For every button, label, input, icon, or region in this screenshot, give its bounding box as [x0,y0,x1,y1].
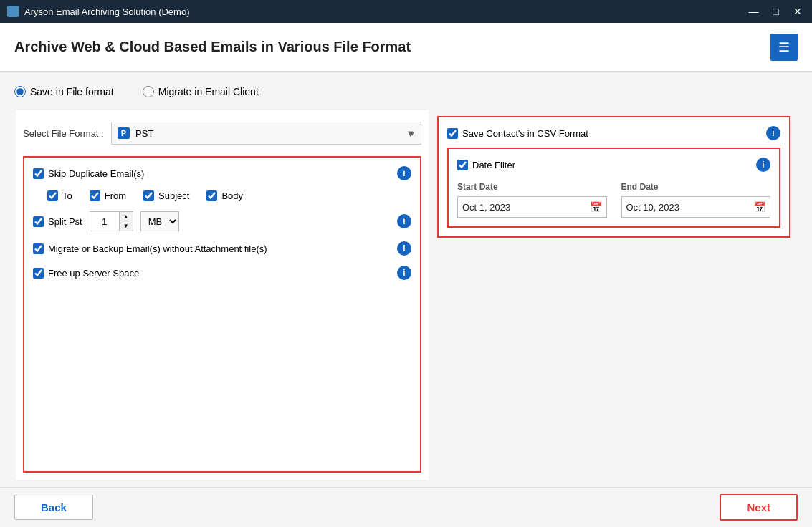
file-format-row: Select File Format : P PST ▼ [23,117,421,149]
pst-label: PST [135,128,153,139]
migrate-backup-label: Migrate or Backup Email(s) without Attac… [48,243,267,254]
header: Archive Web & Cloud Based Emails in Vari… [0,23,812,72]
split-number-input-wrapper: ▲ ▼ [90,211,133,231]
subject-label: Subject [158,190,189,201]
main-content: Save in File format Migrate in Email Cli… [0,72,812,487]
sub-checkboxes: To From Subject Body [33,190,411,201]
close-button[interactable]: ✕ [790,6,805,16]
file-format-display[interactable]: P PST ▼ [111,122,421,145]
app-icon [7,6,19,17]
left-panel: Select File Format : P PST ▼ Skip Duplic… [14,109,430,481]
title-bar-left: Aryson Email Archiving Solution (Demo) [7,6,189,17]
split-pst-checkbox-label[interactable]: Split Pst [33,216,82,227]
title-bar-controls: — □ ✕ [746,6,805,16]
date-filter-checkbox[interactable] [457,160,468,170]
to-label: To [62,190,72,201]
csv-header: Save Contact's in CSV Format i [447,126,780,140]
csv-label: Save Contact's in CSV Format [462,128,588,139]
start-date-label: Start Date [457,182,607,192]
to-checkbox[interactable] [47,190,58,201]
skip-duplicate-checkbox-label[interactable]: Skip Duplicate Email(s) [33,168,144,179]
body-label: Body [221,190,243,201]
from-checkbox-label[interactable]: From [90,190,126,201]
subject-checkbox[interactable] [143,190,154,201]
migrate-backup-checkbox[interactable] [33,243,44,254]
start-date-field: Start Date Oct 1, 2023 📅 [457,182,607,218]
skip-duplicate-row: Skip Duplicate Email(s) i [33,166,411,180]
file-format-label: Select File Format : [23,128,104,139]
csv-info-icon[interactable]: i [766,126,780,140]
end-date-calendar-icon[interactable]: 📅 [753,201,765,213]
to-checkbox-label[interactable]: To [47,190,72,201]
save-in-file-radio[interactable]: Save in File format [14,86,114,97]
file-format-select-wrapper: P PST ▼ [111,122,421,145]
page-title: Archive Web & Cloud Based Emails in Vari… [14,39,411,55]
migrate-backup-info-icon[interactable]: i [397,241,411,256]
save-in-file-input[interactable] [14,86,26,97]
split-pst-controls: Split Pst ▲ ▼ MB GB [33,211,179,231]
migrate-backup-checkbox-label[interactable]: Migrate or Backup Email(s) without Attac… [33,243,267,254]
csv-box: Save Contact's in CSV Format i Date Filt… [437,116,790,238]
menu-button[interactable]: ☰ [770,34,798,61]
free-up-server-checkbox-label[interactable]: Free up Server Space [33,268,139,279]
skip-duplicate-label: Skip Duplicate Email(s) [48,168,144,179]
pst-icon: P [118,127,130,139]
title-bar-text: Aryson Email Archiving Solution (Demo) [24,6,189,17]
split-pst-info-icon[interactable]: i [397,214,411,228]
date-filter-info-icon[interactable]: i [756,158,770,172]
free-up-server-label: Free up Server Space [48,268,139,279]
start-date-calendar-icon[interactable]: 📅 [590,201,602,213]
end-date-field: End Date Oct 10, 2023 📅 [621,182,771,218]
radio-row: Save in File format Migrate in Email Cli… [14,86,798,97]
from-label: From [105,190,126,201]
end-date-value: Oct 10, 2023 [626,202,754,213]
date-filter-box: Date Filter i Start Date Oct 1, 2023 📅 [447,148,780,228]
csv-checkbox[interactable] [447,128,458,139]
bottom-bar: Back Next [0,487,812,527]
split-pst-label: Split Pst [48,216,82,227]
free-up-server-info-icon[interactable]: i [397,266,411,280]
minimize-button[interactable]: — [746,6,762,16]
skip-duplicate-checkbox[interactable] [33,168,44,179]
save-in-file-label: Save in File format [30,86,114,97]
split-pst-row: Split Pst ▲ ▼ MB GB [33,211,411,231]
title-bar: Aryson Email Archiving Solution (Demo) —… [0,0,812,23]
from-checkbox[interactable] [90,190,100,201]
free-up-server-row: Free up Server Space i [33,266,411,280]
end-date-input-row[interactable]: Oct 10, 2023 📅 [621,196,771,218]
spin-up-button[interactable]: ▲ [120,212,133,221]
panels: Select File Format : P PST ▼ Skip Duplic… [14,109,798,481]
back-button[interactable]: Back [14,495,93,520]
migrate-email-radio[interactable]: Migrate in Email Client [143,86,259,97]
csv-checkbox-label[interactable]: Save Contact's in CSV Format [447,128,588,139]
date-fields: Start Date Oct 1, 2023 📅 End Date Oct 10… [457,182,770,218]
right-panel: Save Contact's in CSV Format i Date Filt… [430,109,798,481]
body-checkbox[interactable] [206,190,217,201]
migrate-backup-row: Migrate or Backup Email(s) without Attac… [33,241,411,256]
migrate-email-input[interactable] [143,86,154,97]
options-box: Skip Duplicate Email(s) i To From [23,156,421,473]
maximize-button[interactable]: □ [770,6,782,16]
start-date-input-row[interactable]: Oct 1, 2023 📅 [457,196,607,218]
date-filter-label: Date Filter [472,160,515,170]
spin-down-button[interactable]: ▼ [120,221,133,231]
date-filter-header: Date Filter i [457,158,770,172]
body-checkbox-label[interactable]: Body [206,190,243,201]
free-up-server-checkbox[interactable] [33,268,44,279]
end-date-label: End Date [621,182,771,192]
select-arrow-icon: ▼ [406,128,415,139]
skip-duplicate-info-icon[interactable]: i [397,166,411,180]
date-filter-checkbox-label[interactable]: Date Filter [457,160,515,170]
split-number-input[interactable] [90,212,119,231]
split-unit-select[interactable]: MB GB [140,211,179,231]
migrate-email-label: Migrate in Email Client [158,86,259,97]
subject-checkbox-label[interactable]: Subject [143,190,189,201]
split-pst-checkbox[interactable] [33,216,44,227]
next-button[interactable]: Next [720,494,798,521]
split-spinners: ▲ ▼ [119,212,133,231]
start-date-value: Oct 1, 2023 [462,202,590,213]
